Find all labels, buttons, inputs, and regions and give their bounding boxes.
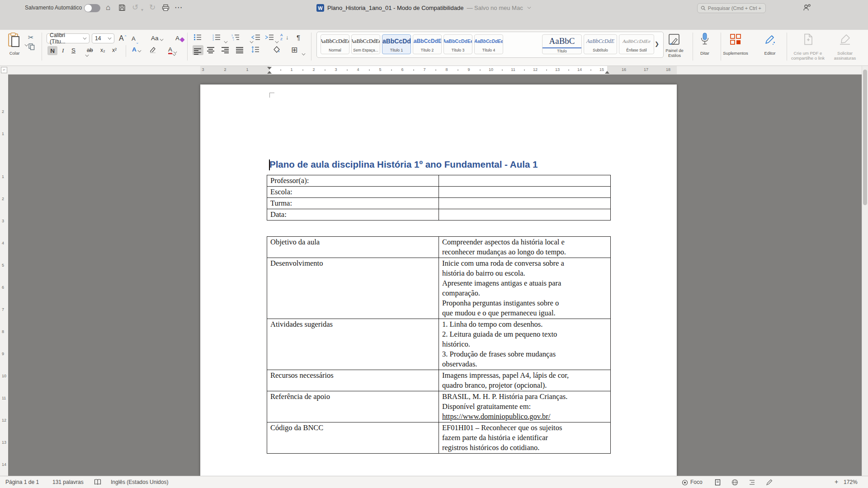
subscript-button[interactable]: x₂: [100, 47, 105, 53]
info-label-cell[interactable]: Professor(a):: [267, 175, 439, 187]
shading-button[interactable]: [273, 46, 281, 53]
multilevel-list-button[interactable]: 1ai: [231, 34, 240, 41]
style-card-ênfase-sutil[interactable]: AaBbCcDdEeÊnfase Sutil: [619, 34, 654, 54]
content-label-cell[interactable]: Objetivo da aula: [267, 237, 439, 258]
align-right-button[interactable]: [222, 46, 229, 56]
info-label-cell[interactable]: Escola:: [267, 187, 439, 198]
proofing-icon[interactable]: [94, 479, 101, 485]
outline-view-button[interactable]: [749, 479, 755, 486]
focus-label[interactable]: Foco: [690, 479, 703, 485]
hanging-indent-marker[interactable]: [267, 71, 272, 74]
info-label-cell[interactable]: Turma:: [267, 198, 439, 209]
horizontal-ruler[interactable]: 321123456789101112131415161718: [0, 66, 868, 75]
superscript-button[interactable]: x²: [112, 47, 117, 53]
bullets-button[interactable]: [193, 34, 202, 41]
draft-view-button[interactable]: [766, 479, 773, 486]
content-value-cell[interactable]: Inicie com uma roda de conversa sobre ah…: [439, 258, 611, 319]
highlight-button[interactable]: [149, 46, 156, 53]
content-label-cell[interactable]: Código da BNCC: [267, 422, 439, 454]
autosave-toggle[interactable]: [84, 4, 100, 12]
cut-icon[interactable]: ✂: [28, 33, 34, 42]
style-card-título-1[interactable]: AaBbCcDdETítulo 1: [382, 34, 411, 54]
content-value-cell[interactable]: Compreender aspectos da história local e…: [439, 237, 611, 258]
share-people-icon[interactable]: [802, 4, 811, 12]
focus-icon[interactable]: [682, 479, 688, 486]
save-icon[interactable]: [118, 4, 126, 11]
font-name-select[interactable]: Calibri (Títu...: [47, 33, 90, 43]
numbering-button[interactable]: 123: [212, 34, 221, 41]
italic-button[interactable]: I: [62, 47, 64, 54]
borders-button[interactable]: ⊞: [291, 45, 297, 55]
grow-font-button[interactable]: A⌃: [119, 34, 127, 42]
word-count[interactable]: 131 palavras: [52, 479, 84, 485]
shrink-font-button[interactable]: A⌃: [132, 35, 139, 42]
underline-chevron-icon[interactable]: [85, 53, 89, 57]
first-line-indent-marker[interactable]: [267, 67, 272, 70]
line-spacing-chevron-icon[interactable]: [302, 52, 305, 56]
scrollbar-thumb[interactable]: [863, 70, 867, 205]
content-label-cell[interactable]: Recursos necessários: [267, 370, 439, 391]
document-heading[interactable]: Plano de aula disciplina História 1º ano…: [269, 159, 613, 170]
style-card-título[interactable]: AaBbCTítulo: [542, 34, 582, 54]
right-indent-marker[interactable]: [605, 71, 609, 74]
line-spacing-button[interactable]: [251, 46, 259, 53]
content-value-cell[interactable]: EF01HI01 – Reconhecer que os sujeitosfaz…: [439, 422, 611, 454]
bold-button[interactable]: N: [47, 46, 57, 55]
info-value-cell[interactable]: [439, 187, 611, 198]
style-card-sem-espaça-[interactable]: AaBbCcDdEeSem Espaça...: [351, 34, 380, 54]
dictate-button[interactable]: [700, 33, 710, 46]
copy-icon[interactable]: [28, 43, 35, 50]
align-center-button[interactable]: [207, 46, 214, 56]
zoom-percentage[interactable]: 172%: [844, 479, 858, 485]
underline-button[interactable]: S: [71, 47, 75, 54]
text-effects-button[interactable]: A: [132, 46, 141, 53]
title-chevron-icon[interactable]: [527, 5, 531, 9]
page-count[interactable]: Página 1 de 1: [5, 479, 39, 485]
info-label-cell[interactable]: Data:: [267, 209, 439, 221]
more-commands-icon[interactable]: ⋯: [175, 3, 182, 12]
addins-button[interactable]: [730, 33, 741, 45]
content-label-cell[interactable]: Referência de apoio: [267, 391, 439, 422]
search-input[interactable]: Pesquisar (Cmd + Ctrl + U): [697, 3, 766, 13]
info-value-cell[interactable]: [439, 198, 611, 209]
style-card-título-2[interactable]: AaBbCcDdEeTítulo 2: [413, 34, 442, 54]
font-size-select[interactable]: 14: [92, 33, 114, 43]
justify-button[interactable]: [236, 46, 243, 56]
info-value-cell[interactable]: [439, 175, 611, 187]
increase-indent-button[interactable]: [265, 34, 274, 41]
style-card-título-4[interactable]: AaBbCcDdEeTítulo 4: [474, 34, 503, 54]
content-value-cell[interactable]: BRASIL, M. H. P. História para Crianças.…: [439, 391, 611, 422]
bullets-chevron-icon[interactable]: [224, 40, 228, 43]
language-status[interactable]: Inglês (Estados Unidos): [111, 479, 168, 485]
decrease-indent-button[interactable]: [251, 34, 260, 41]
web-layout-view-button[interactable]: [731, 479, 738, 486]
content-value-cell[interactable]: 1. Linha do tempo com desenhos.2. Leitur…: [439, 319, 611, 370]
tab-selector[interactable]: ⌐: [1, 67, 7, 73]
info-value-cell[interactable]: [439, 209, 611, 221]
paste-button[interactable]: [7, 33, 21, 48]
styles-pane-button[interactable]: [668, 33, 681, 46]
print-layout-view-button[interactable]: [714, 479, 721, 486]
style-card-subtítulo[interactable]: AaBbCcDdESubtítulo: [584, 34, 617, 54]
sort-button[interactable]: AZ: [280, 33, 283, 41]
content-value-cell[interactable]: Imagens impressas, papel A4, lápis de co…: [439, 370, 611, 391]
content-label-cell[interactable]: Desenvolvimento: [267, 258, 439, 319]
zoom-in-button[interactable]: +: [835, 478, 838, 485]
show-paragraph-marks-button[interactable]: ¶: [297, 33, 300, 41]
editor-button[interactable]: [764, 33, 776, 45]
clear-formatting-button[interactable]: A: [175, 35, 184, 42]
style-card-normal[interactable]: AaBbCcDdEeNormal: [321, 34, 349, 54]
strikethrough-button[interactable]: ab: [87, 47, 93, 53]
align-left-button[interactable]: [193, 45, 203, 55]
gallery-expand-icon[interactable]: ❯: [655, 41, 659, 47]
font-color-button[interactable]: A: [168, 46, 177, 54]
vertical-scrollbar[interactable]: [862, 66, 868, 476]
style-card-título-3[interactable]: AaBbCcDdEeTítulo 3: [443, 34, 472, 54]
paste-chevron-icon[interactable]: [25, 43, 28, 47]
home-icon[interactable]: ⌂: [106, 3, 110, 12]
vertical-ruler[interactable]: 211234567891011121314: [0, 74, 8, 476]
change-case-button[interactable]: Aa: [151, 35, 163, 42]
print-icon[interactable]: [162, 4, 170, 11]
content-label-cell[interactable]: Atividades sugeridas: [267, 319, 439, 370]
multilevel-chevron-icon[interactable]: [275, 40, 279, 43]
